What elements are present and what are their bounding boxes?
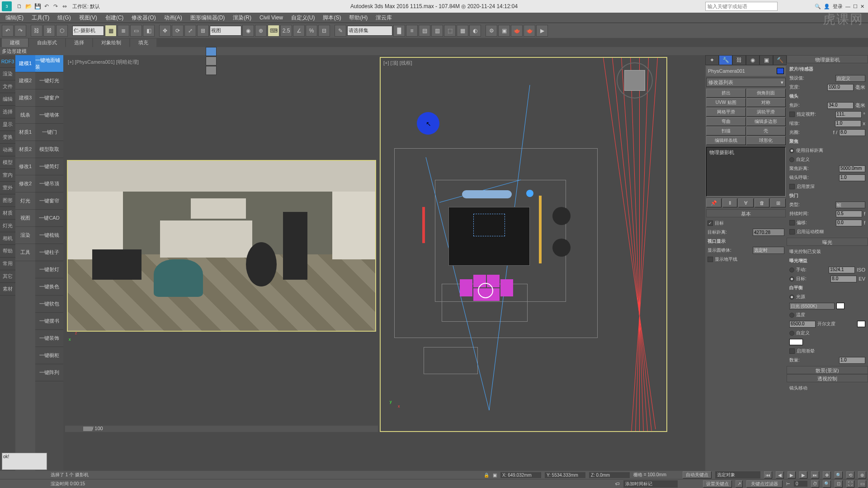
sc2-softpack[interactable]: 一键软包: [35, 296, 63, 313]
menu-cloud[interactable]: 渲云库: [372, 13, 396, 23]
close-icon[interactable]: ✕: [860, 4, 864, 9]
sp-other[interactable]: 其它: [0, 270, 15, 283]
sc2-wall[interactable]: 一键墙体: [35, 107, 63, 124]
menu-edit[interactable]: 编辑(E): [2, 13, 27, 23]
wb-custom-radio[interactable]: [789, 331, 794, 336]
mod-editspline[interactable]: 编辑样条线: [706, 136, 746, 145]
wb-swatch[interactable]: [836, 303, 844, 309]
sp-outdoor[interactable]: 室外: [0, 182, 15, 194]
mod-bend[interactable]: 弯曲: [706, 117, 746, 126]
fov-spinner[interactable]: 111.: [835, 111, 862, 118]
object-name-field[interactable]: PhysCamera001: [706, 66, 786, 76]
render-button[interactable]: 🫖: [511, 25, 523, 37]
workspace-selector[interactable]: 工作区: 默认: [72, 3, 100, 10]
vignette-spinner[interactable]: 1.0: [839, 357, 865, 364]
utility-tab-icon[interactable]: 🔨: [773, 55, 787, 65]
sc-line[interactable]: 线条: [15, 107, 35, 124]
menu-help[interactable]: 帮助(H): [345, 13, 371, 23]
target-checkbox[interactable]: [708, 221, 713, 226]
mod-meshsmooth[interactable]: 网格平滑: [706, 108, 746, 117]
redo-icon[interactable]: ↷: [52, 2, 60, 10]
film-width-spinner[interactable]: 100.0: [827, 84, 854, 91]
show-horizon-checkbox[interactable]: [708, 257, 713, 262]
unique-icon[interactable]: ∀: [738, 198, 754, 207]
rollup-bokeh[interactable]: 散景(景深): [787, 366, 868, 374]
keymode-dropdown[interactable]: 选定对象: [715, 471, 760, 479]
sc-light[interactable]: 灯光: [15, 192, 35, 210]
next-frame-icon[interactable]: ▶: [799, 471, 807, 479]
layer-explorer-button[interactable]: ▥: [431, 25, 443, 37]
save-icon[interactable]: 💾: [33, 2, 42, 10]
coord-x[interactable]: X: 649.032mm: [500, 472, 541, 478]
mod-shell[interactable]: 壳: [746, 127, 786, 136]
render-frame-button[interactable]: ▣: [498, 25, 510, 37]
modifier-list-dropdown[interactable]: 修改器列表▾: [706, 78, 786, 87]
lens-breath-spinner[interactable]: 1.0: [839, 174, 865, 181]
viewport-camera[interactable]: [+] [PhysCamera001] [明暗处理] z x: [65, 57, 378, 432]
nav-maximize-icon[interactable]: ⛶: [846, 480, 854, 488]
curve-editor-button[interactable]: ⬚: [444, 25, 456, 37]
goto-end-icon[interactable]: ⏭: [811, 471, 819, 479]
time-config-icon[interactable]: ⏱: [811, 480, 819, 488]
nav-pan-icon[interactable]: ✥: [823, 471, 831, 479]
stack-item-camera[interactable]: 物理摄影机: [708, 148, 784, 157]
edit-named-button[interactable]: ✎: [335, 25, 346, 37]
nav-orbit-icon[interactable]: ⊕: [858, 471, 866, 479]
sp-file[interactable]: 文件: [0, 80, 15, 93]
goto-start-icon[interactable]: ⏮: [764, 471, 772, 479]
motion-blur-checkbox[interactable]: [789, 229, 795, 235]
menu-customize[interactable]: 自定义(U): [288, 13, 319, 23]
rollup-perspective[interactable]: 透视控制: [787, 374, 868, 382]
menu-civilview[interactable]: Civil View: [256, 14, 287, 22]
menu-tools[interactable]: 工具(T): [28, 13, 53, 23]
target-distance-spinner[interactable]: 4270.28: [753, 229, 784, 236]
sp-material[interactable]: 材质: [0, 207, 15, 220]
aperture-spinner[interactable]: 8.0: [839, 129, 865, 136]
sp-render[interactable]: 渲染: [0, 68, 15, 80]
display-tab-icon[interactable]: ▣: [760, 55, 773, 65]
autokey-button[interactable]: 自动关键点: [683, 471, 712, 479]
sp-transform[interactable]: 变换: [0, 131, 15, 144]
sc2-pillar[interactable]: 一键柱子: [35, 244, 63, 261]
dof-checkbox[interactable]: [789, 184, 795, 189]
remove-mod-icon[interactable]: 🗑: [755, 198, 770, 207]
schematic-button[interactable]: ▦: [457, 25, 468, 37]
nav-fov-icon[interactable]: ⟲: [846, 471, 854, 479]
viewport-top-label[interactable]: [+] [顶] [线框]: [383, 60, 412, 66]
menu-script[interactable]: 脚本(S): [319, 13, 344, 23]
sp-indoor[interactable]: 室内: [0, 169, 15, 182]
ribbon-tab-objectpaint[interactable]: 对象绘制: [93, 38, 129, 47]
key-in-icon[interactable]: ⊢: [786, 481, 790, 486]
current-frame[interactable]: 0: [794, 481, 807, 487]
sc2-mirror[interactable]: 一键梳镜: [35, 227, 63, 244]
sc-model1[interactable]: 建模1: [15, 55, 35, 72]
menu-view[interactable]: 视图(V): [75, 13, 101, 23]
sp-shape[interactable]: 图形: [0, 194, 15, 207]
iso-spinner[interactable]: 1524.1: [829, 267, 855, 273]
nav-region-icon[interactable]: ▭: [858, 480, 866, 488]
angle-snap-button[interactable]: ∠: [293, 25, 305, 37]
wb-temp-radio[interactable]: [789, 313, 794, 318]
sp-anim[interactable]: 动画: [0, 144, 15, 156]
mod-uvw[interactable]: UVW 贴图: [706, 98, 746, 107]
sc2-spotlight[interactable]: 一键射灯: [35, 261, 63, 278]
layout-option-1[interactable]: [206, 47, 217, 56]
align-button[interactable]: ≡: [406, 25, 418, 37]
mirror-button[interactable]: ▐▌: [393, 25, 405, 37]
layers-button[interactable]: ▤: [419, 25, 430, 37]
menu-grapheditors[interactable]: 图形编辑器(D): [187, 13, 229, 23]
search-go-icon[interactable]: 🔍: [815, 4, 821, 9]
mod-bevel[interactable]: 倒角剖面: [746, 89, 786, 98]
sc2-curtain[interactable]: 一键窗帘: [35, 192, 63, 210]
viewcube[interactable]: [617, 62, 653, 99]
maximize-icon[interactable]: ☐: [853, 4, 858, 9]
render-last-button[interactable]: ▶: [536, 25, 548, 37]
rollup-physcam[interactable]: 物理摄影机: [787, 55, 868, 63]
unlink-button[interactable]: ⛓̸: [43, 25, 55, 37]
layout-option-2[interactable]: [206, 56, 217, 66]
sc-model3[interactable]: 建模3: [15, 89, 35, 107]
undo-icon[interactable]: ↶: [42, 2, 51, 10]
add-time-tag[interactable]: 添加时间标记: [623, 480, 678, 488]
focal-spinner[interactable]: 34.0: [827, 102, 854, 109]
ribbon-tab-selection[interactable]: 选择: [66, 38, 92, 47]
